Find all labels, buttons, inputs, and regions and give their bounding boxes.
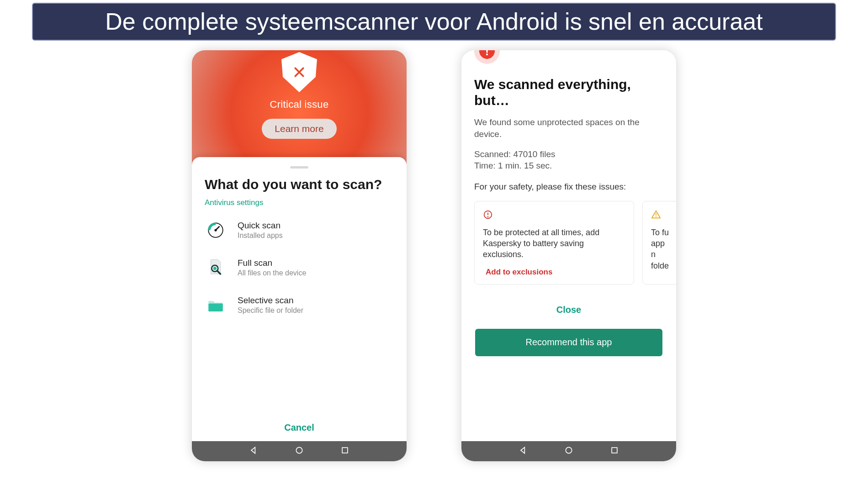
svg-point-7 [296,447,302,453]
folder-icon [205,294,227,316]
page-banner: De complete systeemscanner voor Android … [32,3,836,41]
svg-rect-8 [342,448,348,453]
shield-icon [281,52,317,92]
nav-home-icon[interactable] [564,446,573,457]
antivirus-settings-link[interactable]: Antivirus settings [205,198,394,207]
banner-title: De complete systeemscanner voor Android … [105,8,762,35]
nav-recent-icon[interactable] [610,446,619,457]
add-exclusions-button[interactable]: Add to exclusions [483,268,625,277]
issue-message: To be protected at all times, add Kasper… [483,227,625,260]
cancel-button[interactable]: Cancel [192,422,407,433]
recommend-app-button[interactable]: Recommend this app [475,329,662,356]
warning-icon [483,210,493,220]
option-title: Full scan [238,258,306,268]
svg-point-13 [656,216,656,217]
scan-time: Time: 1 min. 15 sec. [474,160,663,172]
caution-icon [651,210,661,220]
issue-message-partial: To fu app n folde [651,227,670,271]
critical-issue-label: Critical issue [270,99,329,111]
android-navbar [192,441,407,461]
fix-prompt: For your safety, please fix these issues… [474,182,663,192]
gauge-icon [205,219,227,241]
phones-row: Critical issue Learn more What do you wa… [0,50,868,461]
file-search-icon [205,257,227,279]
nav-recent-icon[interactable] [340,446,349,457]
svg-point-11 [487,216,489,217]
option-sub: Installed apps [238,232,283,240]
option-title: Selective scan [238,295,303,306]
results-subtitle: We found some unprotected spaces on the … [474,116,663,140]
option-selective-scan[interactable]: Selective scan Specific file or folder [205,294,394,316]
svg-point-4 [213,267,217,270]
issue-card-partial[interactable]: To fu app n folde [642,201,676,285]
nav-home-icon[interactable] [295,446,304,457]
phone-right: ! We scanned everything, but… We found s… [461,50,676,461]
scanned-count: Scanned: 47010 files [474,149,663,160]
nav-back-icon[interactable] [249,446,258,457]
issue-cards[interactable]: To be protected at all times, add Kasper… [474,201,663,285]
option-title: Quick scan [238,221,283,231]
svg-rect-15 [612,448,617,453]
scan-sheet: What do you want to scan? Antivirus sett… [192,157,407,441]
hero-critical: Critical issue Learn more [192,50,407,164]
issue-card-battery[interactable]: To be protected at all times, add Kasper… [474,201,634,285]
scan-options: Quick scan Installed apps [205,219,394,316]
sheet-handle[interactable] [290,166,308,169]
android-navbar [461,441,676,461]
option-full-scan[interactable]: Full scan All files on the device [205,257,394,279]
option-sub: Specific file or folder [238,306,303,315]
scan-results: ! We scanned everything, but… We found s… [461,50,676,441]
option-sub: All files on the device [238,269,306,277]
learn-more-button[interactable]: Learn more [262,119,336,139]
sheet-title: What do you want to scan? [205,177,394,193]
svg-point-14 [566,447,572,453]
phone-left: Critical issue Learn more What do you wa… [192,50,407,461]
close-button[interactable]: Close [474,305,663,315]
scan-stats: Scanned: 47010 files Time: 1 min. 15 sec… [474,149,663,171]
svg-rect-6 [208,303,223,311]
nav-back-icon[interactable] [519,446,528,457]
alert-icon: ! [474,50,500,64]
results-title: We scanned everything, but… [474,77,663,108]
option-quick-scan[interactable]: Quick scan Installed apps [205,219,394,241]
